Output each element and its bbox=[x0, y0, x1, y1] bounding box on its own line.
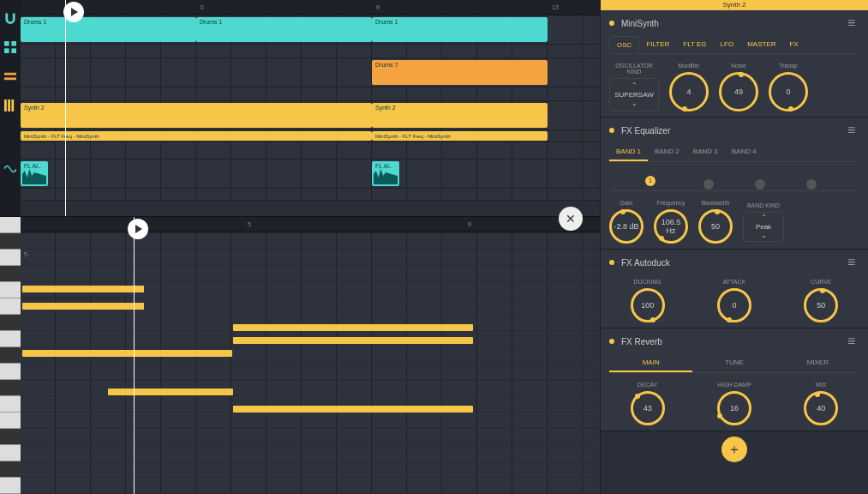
tab-tune[interactable]: TUNE bbox=[692, 354, 775, 372]
track-row[interactable]: Synth 2 Synth 2 bbox=[21, 101, 600, 130]
freq-slider[interactable]: 1 bbox=[609, 167, 859, 191]
band-kind-selector[interactable]: ⌃ Peak ⌄ bbox=[743, 212, 784, 242]
clip[interactable]: MiniSynth - FLT Freq - MiniSynth bbox=[21, 131, 372, 141]
track-row[interactable] bbox=[21, 87, 600, 101]
pianoroll-ruler[interactable]: 5 9 bbox=[21, 217, 600, 232]
menu-icon[interactable] bbox=[847, 123, 859, 138]
midi-note[interactable] bbox=[22, 350, 232, 357]
ruler-mark: 9 bbox=[468, 221, 471, 227]
playhead[interactable] bbox=[65, 0, 66, 216]
highdamp-knob[interactable]: 16 bbox=[717, 391, 751, 425]
tab-fx[interactable]: FX bbox=[782, 36, 805, 53]
band-handle[interactable]: 1 bbox=[645, 176, 655, 186]
ducking-knob[interactable]: 100 bbox=[631, 288, 665, 322]
clip[interactable]: Synth 2 bbox=[372, 103, 548, 128]
band-handle-3[interactable] bbox=[755, 179, 765, 190]
tab-lfo[interactable]: LFO bbox=[714, 36, 741, 53]
tab-master[interactable]: MASTER bbox=[740, 36, 782, 53]
knob-label: MIX bbox=[804, 382, 838, 388]
noise-knob[interactable]: 49 bbox=[719, 72, 758, 111]
wave-icon[interactable] bbox=[3, 161, 18, 177]
chevron-down-icon[interactable]: ⌄ bbox=[745, 232, 781, 239]
tab-band2[interactable]: BAND 2 bbox=[648, 143, 686, 161]
svg-rect-2 bbox=[4, 48, 9, 53]
chevron-up-icon[interactable]: ⌃ bbox=[614, 82, 655, 89]
midi-note[interactable] bbox=[233, 337, 473, 344]
curve-knob[interactable]: 50 bbox=[804, 288, 838, 322]
track-row[interactable]: Drums 7 bbox=[21, 58, 600, 87]
svg-rect-1 bbox=[11, 41, 16, 46]
timeline-ruler[interactable]: 5 9 13 bbox=[21, 0, 600, 15]
svg-rect-7 bbox=[8, 99, 10, 111]
keys-icon[interactable] bbox=[3, 98, 18, 113]
tab-osc[interactable]: OSC bbox=[609, 36, 639, 53]
svg-rect-6 bbox=[4, 99, 7, 111]
tab-mixer[interactable]: MIXER bbox=[776, 354, 859, 372]
power-led[interactable] bbox=[609, 128, 614, 133]
track-row[interactable]: MiniSynth - FLT Freq - MiniSynth MiniSyn… bbox=[21, 130, 600, 142]
svg-rect-3 bbox=[11, 48, 16, 53]
clip[interactable]: MiniSynth - FLT Freq - MiniSynth bbox=[372, 131, 548, 141]
clip[interactable]: Drums 1 bbox=[21, 17, 196, 42]
module-title: FX Equalizer bbox=[621, 126, 847, 136]
track-row[interactable]: FL Al.. FL Al.. bbox=[21, 160, 600, 189]
gain-knob[interactable]: -2.8 dB bbox=[609, 209, 644, 244]
menu-icon[interactable] bbox=[847, 15, 859, 31]
transp-knob[interactable]: 0 bbox=[769, 72, 808, 111]
ruler-mark: 5 bbox=[201, 4, 204, 10]
attack-knob[interactable]: 0 bbox=[717, 288, 751, 322]
timeline-tracks[interactable]: 5 9 13 Drums 1 Drums 1 Drums 1 Drums 7 S… bbox=[21, 0, 600, 216]
tab-band4[interactable]: BAND 4 bbox=[725, 143, 763, 161]
track-row[interactable] bbox=[21, 142, 600, 160]
channel-header[interactable]: Synth 2 bbox=[601, 0, 868, 10]
knob-label: ATTACK bbox=[717, 279, 751, 285]
svg-rect-5 bbox=[4, 77, 16, 80]
close-button[interactable]: ✕ bbox=[559, 207, 583, 231]
menu-icon[interactable] bbox=[847, 255, 859, 270]
track-row[interactable] bbox=[21, 189, 600, 201]
piano-keys[interactable] bbox=[0, 217, 21, 494]
knob-label: Modifier bbox=[669, 63, 709, 69]
clip[interactable]: Synth 2 bbox=[21, 103, 372, 128]
pattern-icon[interactable] bbox=[3, 39, 18, 55]
tab-band3[interactable]: BAND 3 bbox=[686, 143, 725, 161]
chevron-up-icon[interactable]: ⌃ bbox=[745, 214, 781, 221]
freq-knob[interactable]: 106.5 Hz bbox=[654, 209, 688, 244]
midi-note[interactable] bbox=[233, 324, 473, 331]
tab-flteg[interactable]: FLT EG bbox=[676, 36, 713, 53]
play-button-pianoroll[interactable] bbox=[128, 219, 148, 239]
mix-knob[interactable]: 40 bbox=[804, 391, 838, 425]
decay-knob[interactable]: 43 bbox=[631, 391, 665, 425]
bandwidth-knob[interactable]: 50 bbox=[698, 209, 733, 244]
tab-band1[interactable]: BAND 1 bbox=[609, 143, 648, 161]
midi-note[interactable] bbox=[22, 303, 144, 310]
clip[interactable]: FL Al.. bbox=[372, 161, 399, 186]
track-row[interactable] bbox=[21, 45, 600, 58]
power-led[interactable] bbox=[609, 21, 614, 26]
piano-roll-grid[interactable]: 5 9 5 bbox=[21, 217, 600, 494]
power-led[interactable] bbox=[609, 339, 614, 344]
track-row[interactable]: Drums 1 Drums 1 Drums 1 bbox=[21, 15, 600, 45]
tab-filter[interactable]: FILTER bbox=[639, 36, 676, 53]
band-handle-2[interactable] bbox=[703, 179, 714, 190]
osc-kind-selector[interactable]: ⌃ SUPERSAW ⌄ bbox=[609, 78, 659, 111]
clip[interactable]: FL Al.. bbox=[21, 161, 48, 186]
midi-note[interactable] bbox=[22, 286, 144, 292]
clip[interactable]: Drums 1 bbox=[196, 17, 372, 42]
playhead-pianoroll[interactable] bbox=[134, 217, 135, 494]
add-fx-button[interactable]: ＋ bbox=[721, 437, 747, 462]
magnet-icon[interactable] bbox=[3, 10, 18, 26]
play-button-timeline[interactable] bbox=[63, 2, 84, 22]
drum-icon[interactable] bbox=[3, 69, 18, 84]
clip[interactable]: Drums 7 bbox=[372, 60, 548, 85]
tab-main[interactable]: MAIN bbox=[609, 354, 692, 372]
midi-note[interactable] bbox=[108, 389, 233, 395]
knob-label: DECAY bbox=[631, 382, 665, 388]
modifier-knob[interactable]: 4 bbox=[669, 72, 709, 111]
chevron-down-icon[interactable]: ⌄ bbox=[614, 100, 655, 107]
band-handle-4[interactable] bbox=[806, 179, 817, 190]
midi-note[interactable] bbox=[233, 406, 473, 413]
menu-icon[interactable] bbox=[847, 334, 859, 349]
clip[interactable]: Drums 1 bbox=[372, 17, 548, 42]
power-led[interactable] bbox=[609, 260, 614, 265]
